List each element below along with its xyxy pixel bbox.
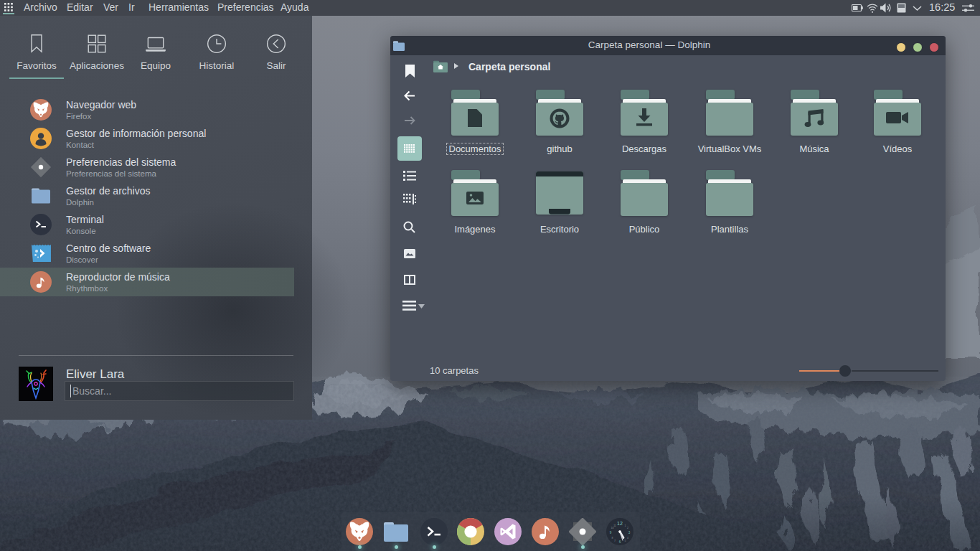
svg-text:11: 11	[613, 524, 616, 527]
svg-text:3: 3	[628, 531, 631, 534]
svg-text:12: 12	[617, 521, 623, 526]
svg-text:2: 2	[627, 527, 628, 529]
svg-text:7: 7	[614, 540, 616, 542]
svg-text:6: 6	[619, 540, 621, 544]
svg-text:8: 8	[612, 537, 613, 540]
svg-text:10: 10	[611, 527, 614, 529]
svg-text:4: 4	[627, 537, 628, 540]
svg-text:1: 1	[625, 524, 626, 527]
svg-text:9: 9	[610, 531, 612, 534]
svg-text:5: 5	[625, 540, 626, 542]
